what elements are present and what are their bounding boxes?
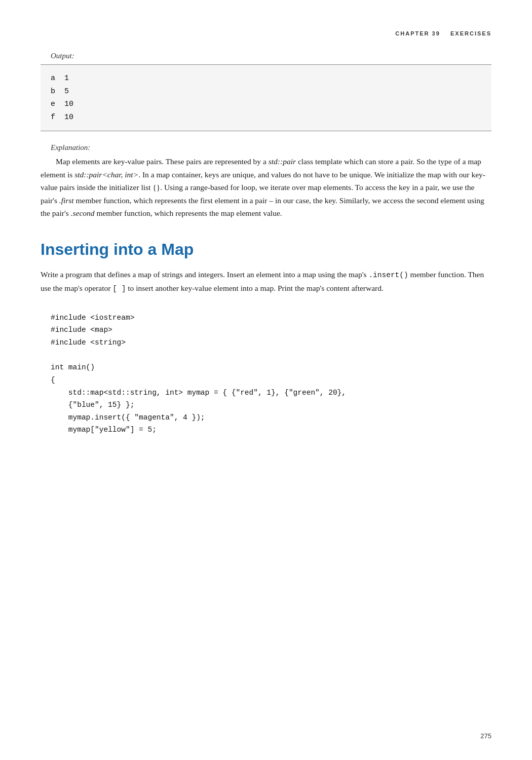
code-line-4: [51, 349, 491, 362]
section-title: Inserting into a Map: [41, 240, 491, 259]
page-container: CHAPTER 39 EXERCISES Output: a 1 b 5 e 1…: [0, 0, 532, 760]
code-line-7: std::map<std::string, int> mymap = { {"r…: [51, 387, 491, 399]
section-intro: Write a program that defines a map of st…: [41, 268, 491, 295]
code-line-10: mymap["yellow"] = 5;: [51, 424, 491, 436]
code-line-2: #include <map>: [51, 324, 491, 336]
output-box: a 1 b 5 e 10 f 10: [41, 64, 491, 131]
code-line-1: #include <iostream>: [51, 312, 491, 324]
code-line-5: int main(): [51, 361, 491, 374]
page-header: CHAPTER 39 EXERCISES: [41, 30, 491, 36]
output-label: Output:: [51, 52, 491, 60]
code-block: #include <iostream> #include <map> #incl…: [41, 307, 491, 441]
code-line-3: #include <string>: [51, 336, 491, 349]
code-line-6: {: [51, 374, 491, 387]
explanation-label: Explanation:: [51, 143, 491, 152]
page-number: 275: [480, 732, 491, 740]
code-line-8: {"blue", 15} };: [51, 399, 491, 411]
output-line-1: a 1: [51, 72, 481, 85]
header-chapter: CHAPTER 39 EXERCISES: [395, 30, 491, 36]
explanation-text: Map elements are key-value pairs. These …: [41, 155, 491, 220]
code-line-9: mymap.insert({ "magenta", 4 });: [51, 411, 491, 424]
output-line-2: b 5: [51, 85, 481, 98]
output-line-3: e 10: [51, 98, 481, 111]
output-line-4: f 10: [51, 111, 481, 124]
